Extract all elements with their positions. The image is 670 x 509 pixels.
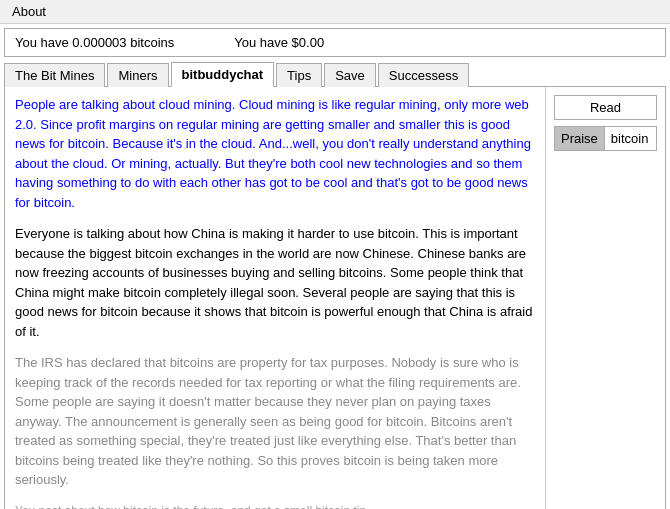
praise-item-label: bitcoin	[605, 126, 657, 151]
tab-successess[interactable]: Successess	[378, 63, 469, 87]
balance-bar: You have 0.000003 bitcoins You have $0.0…	[4, 28, 666, 57]
article-cloud-mining: People are talking about cloud mining. C…	[15, 95, 535, 212]
praise-row: Praise bitcoin	[554, 126, 657, 151]
bitcoins-balance: You have 0.000003 bitcoins	[15, 35, 174, 50]
main-content: People are talking about cloud mining. C…	[4, 87, 666, 509]
menu-about[interactable]: About	[4, 2, 54, 21]
article-tip: You post about how bitcoin is the future…	[15, 502, 535, 510]
content-left: People are talking about cloud mining. C…	[5, 87, 545, 509]
menu-bar: About	[0, 0, 670, 24]
article-irs: The IRS has declared that bitcoins are p…	[15, 353, 535, 490]
tab-bitbuddychat[interactable]: bitbuddychat	[171, 62, 275, 87]
read-button[interactable]: Read	[554, 95, 657, 120]
article-china: Everyone is talking about how China is m…	[15, 224, 535, 341]
tab-miners[interactable]: Miners	[107, 63, 168, 87]
praise-button[interactable]: Praise	[554, 126, 605, 151]
dollars-balance: You have $0.00	[234, 35, 324, 50]
content-right: Read Praise bitcoin	[545, 87, 665, 509]
tab-save[interactable]: Save	[324, 63, 376, 87]
tab-bit-mines[interactable]: The Bit Mines	[4, 63, 105, 87]
tabs-container: The Bit Mines Miners bitbuddychat Tips S…	[4, 61, 666, 87]
tab-tips[interactable]: Tips	[276, 63, 322, 87]
